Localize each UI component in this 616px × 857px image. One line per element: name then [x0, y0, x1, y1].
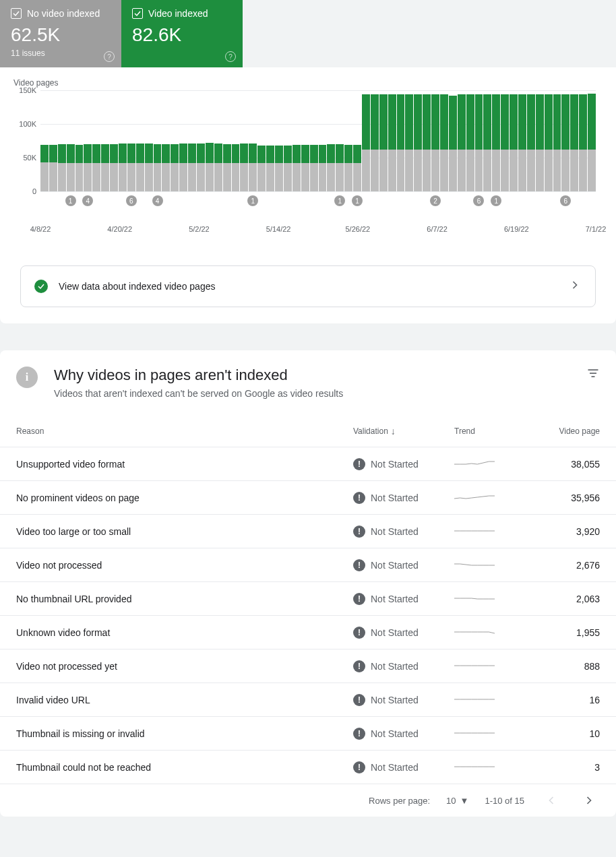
bar[interactable] [310, 90, 318, 191]
bar[interactable] [145, 90, 153, 191]
bar[interactable]: 4 [154, 90, 162, 191]
bar[interactable] [292, 90, 301, 191]
bar[interactable]: 6 [561, 90, 569, 191]
bar[interactable] [527, 90, 535, 191]
chart-marker[interactable]: 1 [352, 195, 363, 206]
chart-marker[interactable]: 4 [152, 195, 163, 206]
bar[interactable] [75, 90, 84, 191]
table-row[interactable]: Unknown video format!Not Started1,955 [0, 616, 616, 649]
bar[interactable]: 6 [127, 90, 135, 191]
chart-marker[interactable]: 1 [491, 195, 501, 206]
bar[interactable] [379, 90, 388, 191]
table-row[interactable]: Video not processed!Not Started2,676 [0, 548, 616, 582]
bar[interactable] [101, 90, 109, 191]
prev-page-button[interactable] [541, 790, 562, 811]
bar[interactable] [518, 90, 526, 191]
table-row[interactable]: Thumbnail could not be reached!Not Start… [0, 751, 616, 784]
bar[interactable]: 1 [67, 90, 75, 191]
bar[interactable] [553, 90, 561, 191]
rows-per-page-select[interactable]: 10 ▼ [446, 796, 468, 806]
bar[interactable] [171, 90, 179, 191]
col-reason[interactable]: Reason [16, 426, 353, 436]
col-pages[interactable]: Video page [522, 426, 600, 436]
col-trend[interactable]: Trend [454, 426, 522, 436]
chart-marker[interactable]: 1 [247, 195, 258, 206]
bar[interactable] [197, 90, 205, 191]
bar[interactable] [579, 90, 587, 191]
bar[interactable] [397, 90, 405, 191]
bar[interactable] [179, 90, 187, 191]
bar[interactable]: 1 [249, 90, 257, 191]
chart-marker[interactable]: 1 [65, 195, 76, 206]
bar[interactable] [240, 90, 248, 191]
chart-marker[interactable]: 6 [560, 195, 571, 206]
bar[interactable] [344, 90, 352, 191]
bar[interactable] [284, 90, 292, 191]
bar[interactable] [510, 90, 518, 191]
col-validation[interactable]: Validation ↓ [353, 426, 454, 437]
bar[interactable] [458, 90, 466, 191]
bar[interactable] [319, 90, 327, 191]
bar[interactable] [423, 90, 431, 191]
bar[interactable] [483, 90, 491, 191]
bar[interactable]: 2 [431, 90, 439, 191]
bar[interactable] [136, 90, 144, 191]
next-page-button[interactable] [578, 790, 600, 811]
bar[interactable] [449, 90, 457, 191]
table-row[interactable]: Thumbnail is missing or invalid!Not Star… [0, 717, 616, 751]
bar[interactable] [371, 90, 379, 191]
bar[interactable] [162, 90, 170, 191]
table-row[interactable]: Video not processed yet!Not Started888 [0, 649, 616, 683]
bar[interactable] [257, 90, 266, 191]
table-row[interactable]: Unsupported video format!Not Started38,0… [0, 447, 616, 481]
bar[interactable] [206, 90, 214, 191]
help-icon[interactable]: ? [104, 51, 115, 62]
bar[interactable]: 6 [475, 90, 483, 191]
bar[interactable] [49, 90, 57, 191]
bar[interactable] [92, 90, 100, 191]
chart-marker[interactable]: 6 [126, 195, 137, 206]
bar[interactable] [40, 90, 49, 191]
bar[interactable] [362, 90, 370, 191]
card-video-indexed[interactable]: Video indexed 82.6K ? [121, 0, 243, 67]
help-icon[interactable]: ? [225, 51, 236, 62]
bar[interactable] [327, 90, 335, 191]
bar[interactable] [266, 90, 274, 191]
bar[interactable]: 1 [353, 90, 361, 191]
bar[interactable] [388, 90, 396, 191]
bar[interactable] [588, 90, 596, 191]
bar[interactable] [214, 90, 222, 191]
chart-marker[interactable]: 1 [334, 195, 345, 206]
bar[interactable] [223, 90, 231, 191]
chart-marker[interactable]: 4 [82, 195, 93, 206]
bar[interactable] [119, 90, 127, 191]
bar[interactable] [405, 90, 413, 191]
card-no-video-indexed[interactable]: No video indexed 62.5K 11 issues ? [0, 0, 121, 67]
chart-marker[interactable]: 6 [473, 195, 484, 206]
bar[interactable]: 1 [336, 90, 344, 191]
bar[interactable] [188, 90, 196, 191]
chart-marker[interactable]: 2 [430, 195, 441, 206]
bar[interactable] [414, 90, 422, 191]
table-row[interactable]: No thumbnail URL provided!Not Started2,0… [0, 582, 616, 616]
bar[interactable] [440, 90, 448, 191]
bar[interactable] [570, 90, 578, 191]
bar[interactable] [301, 90, 309, 191]
table-row[interactable]: No prominent videos on page!Not Started3… [0, 481, 616, 515]
bar[interactable] [501, 90, 509, 191]
bar[interactable] [110, 90, 118, 191]
table-row[interactable]: Video too large or too small!Not Started… [0, 515, 616, 548]
filter-icon[interactable] [586, 367, 600, 383]
bar[interactable] [275, 90, 283, 191]
bar[interactable]: 1 [492, 90, 500, 191]
bar[interactable] [466, 90, 474, 191]
table-row[interactable]: Invalid video URL!Not Started16 [0, 683, 616, 717]
bar[interactable] [545, 90, 553, 191]
bar[interactable] [232, 90, 240, 191]
exclamation-icon: ! [353, 627, 365, 639]
bar[interactable] [536, 90, 544, 191]
bar[interactable] [58, 90, 66, 191]
view-indexed-callout[interactable]: View data about indexed video pages [20, 265, 596, 307]
chart-area[interactable]: 050K100K150K 14641112616 [40, 90, 596, 212]
bar[interactable]: 4 [84, 90, 92, 191]
